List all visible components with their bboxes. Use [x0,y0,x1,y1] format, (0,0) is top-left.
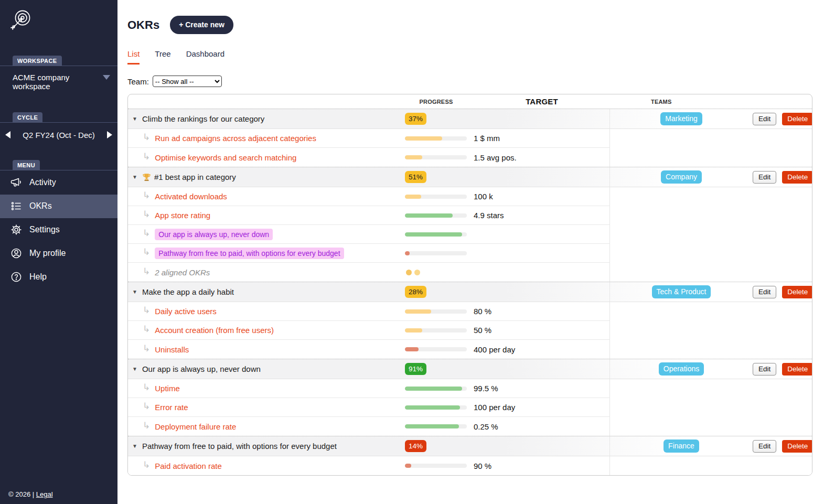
key-result-link[interactable]: Run ad campaigns across adjacent categor… [155,134,316,143]
sidebar-item-activity[interactable]: Activity [0,171,117,195]
key-result-link[interactable]: Account creation (from free users) [155,326,274,335]
aligned-okr-link[interactable]: Pathway from free to paid, with options … [155,248,344,259]
team-select[interactable]: -- Show all -- [153,76,222,87]
key-result-name-cell: ↳Optimise keywords and search matching [128,148,403,167]
key-result-progress-cell [403,417,469,436]
page-title: OKRs [127,18,159,32]
key-result-teams-cell [610,379,753,398]
key-result-link[interactable]: Uptime [155,384,180,393]
trophy-icon [142,173,151,181]
key-result-teams-cell [610,302,753,321]
target-value: 99.5 % [469,379,610,398]
kr-arrow-icon: ↳ [143,401,150,412]
edit-button[interactable]: Edit [753,113,776,125]
cycle-section-label: CYCLE [13,112,42,122]
sidebar-item-help[interactable]: Help [0,265,117,289]
legal-link[interactable]: Legal [36,490,53,498]
megaphone-icon [10,176,23,189]
sidebar-item-settings[interactable]: Settings [0,218,117,242]
key-result-progress-cell [403,456,469,475]
team-filter: Team: -- Show all -- [127,76,813,87]
collapse-caret-icon[interactable]: ▼ [132,289,137,295]
tab-dashboard[interactable]: Dashboard [186,49,224,65]
workspace-name: ACME company workspace [13,73,94,91]
key-result-progress-cell [403,129,469,148]
edit-button[interactable]: Edit [753,363,776,376]
key-result-link[interactable]: Uninstalls [155,345,189,354]
progress-bar-fill [405,251,410,255]
target-value: 90 % [469,456,610,475]
key-result-name-cell: ↳Activated downloads [128,187,403,206]
key-result-teams-cell [610,244,753,263]
progress-bar-fill [405,347,419,351]
chevron-down-icon[interactable] [103,75,110,80]
sidebar: WORKSPACE ACME company workspace CYCLE Q… [0,0,117,504]
collapse-caret-icon[interactable]: ▼ [132,116,137,122]
menu-section-label: MENU [13,160,40,170]
delete-button[interactable]: Delete [782,363,812,376]
key-result-actions-cell [753,417,812,436]
delete-button[interactable]: Delete [782,286,812,298]
delete-button[interactable]: Delete [782,113,812,125]
sidebar-item-okrs[interactable]: OKRs [0,195,117,218]
edit-button[interactable]: Edit [753,440,776,453]
sidebar-item-label: Help [29,272,47,282]
progress-badge: 51% [405,171,426,184]
tab-list[interactable]: List [127,49,140,65]
key-result-link[interactable]: Error rate [155,403,188,412]
edit-button[interactable]: Edit [753,171,776,184]
collapse-caret-icon[interactable]: ▼ [132,367,137,372]
team-badge: Company [661,170,702,184]
aligned-okrs-summary[interactable]: 2 aligned OKRs [155,268,210,277]
key-result-teams-cell [610,206,753,225]
progress-bar-fill [405,424,459,428]
key-result-progress-cell [403,340,469,359]
team-badge: Finance [664,439,699,453]
sidebar-item-label: My profile [29,249,66,258]
progress-bar-fill [405,405,460,410]
cycle-prev-icon[interactable] [5,131,10,138]
collapse-caret-icon[interactable]: ▼ [132,444,137,449]
workspace-section-label: WORKSPACE [13,56,62,66]
target-value [469,263,610,282]
key-result-name-cell: ↳Uninstalls [128,340,403,359]
key-result-link[interactable]: Deployment failure rate [155,422,236,431]
delete-button[interactable]: Delete [782,171,812,184]
collapse-caret-icon[interactable]: ▼ [132,175,137,180]
delete-button[interactable]: Delete [782,440,812,453]
tab-tree[interactable]: Tree [155,49,170,65]
aligned-okr-link[interactable]: Our app is always up, never down [155,229,273,240]
workspace-selector[interactable]: ACME company workspace [0,66,117,91]
progress-bar [405,232,467,237]
key-result-row: ↳Our app is always up, never down [128,225,812,244]
key-result-actions-cell [753,225,812,244]
cycle-next-icon[interactable] [107,131,112,138]
aligned-okr-dot [414,270,420,275]
key-result-link[interactable]: Optimise keywords and search matching [155,153,296,162]
divider [0,170,117,170]
key-result-link[interactable]: Paid activation rate [155,462,222,470]
create-new-button[interactable]: + Create new [170,16,233,34]
edit-button[interactable]: Edit [753,286,776,298]
objective-target-cell [469,282,610,302]
progress-bar-fill [405,136,442,141]
key-result-row: ↳Paid activation rate90 % [128,456,812,475]
progress-bar [405,328,467,333]
kr-arrow-icon: ↳ [143,420,150,431]
key-result-actions-cell [753,379,812,398]
key-result-link[interactable]: Daily active users [155,307,217,316]
key-result-actions-cell [753,187,812,206]
cycle-name: Q2 FY24 (Oct - Dec) [23,131,95,140]
kr-arrow-icon: ↳ [143,382,150,393]
key-result-link[interactable]: Activated downloads [155,192,227,201]
target-value [469,244,610,263]
main-content: OKRs + Create new ListTreeDashboard Team… [117,0,824,504]
sidebar-menu: ActivityOKRsSettingsMy profileHelp [0,171,117,289]
key-result-teams-cell [610,225,753,244]
app-root: WORKSPACE ACME company workspace CYCLE Q… [0,0,824,504]
progress-bar [405,136,467,141]
column-header-teams: TEAMS [610,94,753,109]
key-result-link[interactable]: App store rating [155,211,210,220]
sidebar-item-my-profile[interactable]: My profile [0,242,117,265]
objective-teams-cell: Operations [610,359,753,379]
